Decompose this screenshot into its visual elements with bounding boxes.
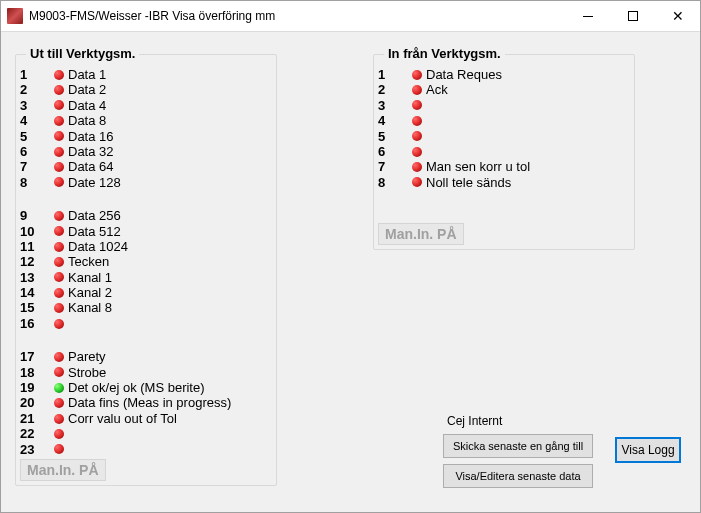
signal-label: Kanal 8	[68, 300, 112, 315]
signal-label: Kanal 1	[68, 270, 112, 285]
status-dot-icon	[50, 429, 68, 439]
status-dot-icon	[50, 272, 68, 282]
status-dot-icon	[50, 383, 68, 393]
signal-label: Data 256	[68, 208, 121, 223]
signal-label: Strobe	[68, 365, 106, 380]
signal-row	[20, 190, 272, 208]
app-icon	[7, 8, 23, 24]
signal-row: 7Data 64	[20, 159, 272, 174]
signal-label: Data 4	[68, 98, 106, 113]
signal-index: 23	[20, 442, 50, 457]
signal-index: 15	[20, 300, 50, 315]
signal-row: 7Man sen korr u tol	[378, 159, 630, 174]
status-dot-icon	[50, 398, 68, 408]
signal-index: 13	[20, 270, 50, 285]
signal-index: 10	[20, 224, 50, 239]
signal-index: 11	[20, 239, 50, 254]
signal-label: Data 1024	[68, 239, 128, 254]
signal-label: Data 64	[68, 159, 114, 174]
group-right-title: In från Verktygsm.	[384, 46, 505, 61]
signal-index: 21	[20, 411, 50, 426]
close-button[interactable]: ✕	[655, 1, 700, 31]
signal-row: 20Data fins (Meas in progress)	[20, 395, 272, 410]
signal-index: 3	[20, 98, 50, 113]
status-dot-icon	[50, 70, 68, 80]
signal-index: 7	[378, 159, 408, 174]
signal-label: Data fins (Meas in progress)	[68, 395, 231, 410]
signal-label: Date 128	[68, 175, 121, 190]
status-dot-icon	[50, 303, 68, 313]
client-area: Ut till Verktygsm. 1Data 12Data 23Data 4…	[1, 32, 700, 512]
signal-label: Corr valu out of Tol	[68, 411, 177, 426]
signal-label: Data Reques	[426, 67, 502, 82]
signal-label: Data 8	[68, 113, 106, 128]
signal-label: Data 1	[68, 67, 106, 82]
signal-label: Ack	[426, 82, 448, 97]
visa-editera-button[interactable]: Visa/Editera senaste data	[443, 464, 593, 488]
signal-label: Parety	[68, 349, 106, 364]
status-dot-icon	[50, 131, 68, 141]
window-controls: ✕	[565, 1, 700, 31]
signal-label: Tecken	[68, 254, 109, 269]
visa-logg-button[interactable]: Visa Logg	[615, 437, 681, 463]
signal-row: 6	[378, 144, 630, 159]
signal-row: 3Data 4	[20, 98, 272, 113]
status-dot-icon	[50, 226, 68, 236]
cej-label: Cej Internt	[447, 414, 502, 428]
signal-label: Data 2	[68, 82, 106, 97]
status-dot-icon	[50, 211, 68, 221]
status-dot-icon	[50, 367, 68, 377]
signal-row: 1Data 1	[20, 67, 272, 82]
group-cej-internt: Cej Internt Skicka senaste en gång till …	[443, 420, 593, 488]
signal-index: 19	[20, 380, 50, 395]
signal-index: 6	[378, 144, 408, 159]
signal-index: 6	[20, 144, 50, 159]
signal-index: 22	[20, 426, 50, 441]
signal-row: 19Det ok/ej ok (MS berite)	[20, 380, 272, 395]
signal-row: 10Data 512	[20, 224, 272, 239]
status-dot-icon	[50, 85, 68, 95]
group-in-fran-verktygsm: In från Verktygsm. 1Data Reques2Ack34567…	[373, 54, 635, 250]
signal-index: 18	[20, 365, 50, 380]
maximize-button[interactable]	[610, 1, 655, 31]
signal-label: Data 512	[68, 224, 121, 239]
status-dot-icon	[50, 352, 68, 362]
status-dot-icon	[408, 177, 426, 187]
signal-row: 11Data 1024	[20, 239, 272, 254]
skicka-senaste-button[interactable]: Skicka senaste en gång till	[443, 434, 593, 458]
app-window: M9003-FMS/Weisser -IBR Visa överföring m…	[0, 0, 701, 513]
signal-index: 4	[378, 113, 408, 128]
signal-row: 5	[378, 129, 630, 144]
signal-label: Noll tele sänds	[426, 175, 511, 190]
status-dot-icon	[408, 131, 426, 141]
status-dot-icon	[408, 116, 426, 126]
signal-index: 14	[20, 285, 50, 300]
signal-index: 1	[378, 67, 408, 82]
left-signal-list: 1Data 12Data 23Data 44Data 85Data 166Dat…	[20, 67, 272, 472]
signal-row: 22	[20, 426, 272, 441]
signal-index: 8	[378, 175, 408, 190]
status-dot-icon	[408, 70, 426, 80]
signal-row: 8Noll tele sänds	[378, 175, 630, 190]
status-dot-icon	[50, 177, 68, 187]
signal-row: 3	[378, 98, 630, 113]
signal-index: 2	[20, 82, 50, 97]
signal-index: 16	[20, 316, 50, 331]
signal-row: 2Ack	[378, 82, 630, 97]
signal-row: 6Data 32	[20, 144, 272, 159]
signal-row: 23	[20, 442, 272, 457]
status-dot-icon	[50, 414, 68, 424]
status-dot-icon	[50, 147, 68, 157]
status-dot-icon	[50, 319, 68, 329]
group-left-title: Ut till Verktygsm.	[26, 46, 139, 61]
signal-row: 18Strobe	[20, 365, 272, 380]
status-dot-icon	[50, 100, 68, 110]
signal-row: 5Data 16	[20, 129, 272, 144]
signal-index: 2	[378, 82, 408, 97]
signal-row: 4	[378, 113, 630, 128]
signal-index: 5	[378, 129, 408, 144]
minimize-button[interactable]	[565, 1, 610, 31]
status-dot-icon	[408, 100, 426, 110]
status-man-in-pa-left: Man.In. PÅ	[20, 459, 106, 481]
status-dot-icon	[408, 85, 426, 95]
